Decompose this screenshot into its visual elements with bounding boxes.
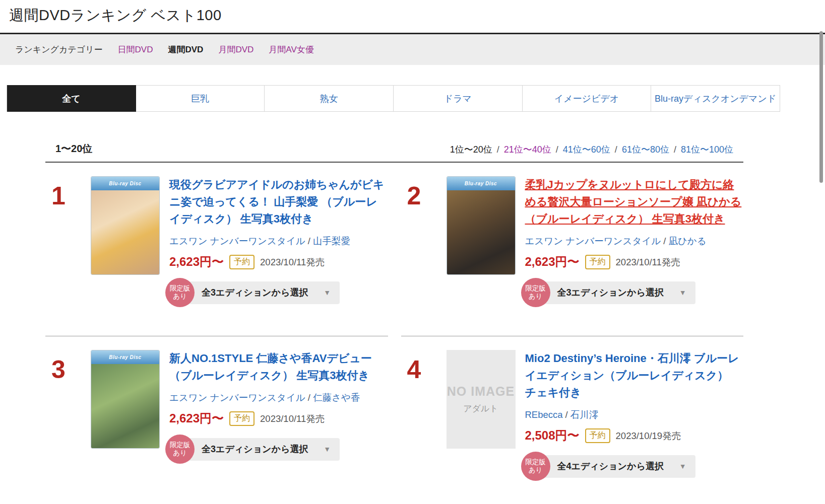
performer-link[interactable]: 石川澪 [570, 409, 599, 420]
edition-select-dropdown[interactable]: 全3エディションから選択 ▼ [536, 281, 695, 304]
edition-select-label: 全3エディションから選択 [202, 286, 308, 299]
maker-link[interactable]: REbecca [525, 409, 563, 420]
limited-badge-line1: 限定版 [170, 284, 191, 293]
edition-select-label: 全3エディションから選択 [202, 443, 308, 455]
cover-artwork [91, 364, 159, 448]
product-cover-image[interactable]: Blu-ray Disc [447, 176, 516, 275]
category-link-monthly-dvd[interactable]: 月間DVD [218, 44, 253, 55]
rank-number: 1 [51, 176, 91, 317]
range-link-81-100[interactable]: 81位〜100位 [681, 145, 733, 155]
performer-link[interactable]: 山手梨愛 [313, 236, 350, 246]
product-title-link[interactable]: 新人NO.1STYLE 仁藤さや香AVデビュー （ブルーレイディスク） 生写真3… [169, 350, 387, 384]
dropdown-arrow-icon: ▼ [324, 289, 331, 297]
ranking-category-bar: ランキングカテゴリー 日間DVD 週間DVD 月間DVD 月間AV女優 [0, 33, 825, 65]
edition-select-dropdown[interactable]: 全3エディションから選択 ▼ [180, 438, 340, 461]
product-cover-image[interactable]: Blu-ray Disc [91, 350, 160, 449]
bluray-case-top-bar: Blu-ray Disc [91, 177, 159, 190]
ranking-item-3: 3 Blu-ray Disc 新人NO.1STYLE 仁藤さや香AVデビュー （… [45, 336, 388, 500]
bluray-case-top-bar: Blu-ray Disc [91, 350, 159, 364]
maker-link[interactable]: エスワン ナンバーワンスタイル [169, 236, 305, 246]
limited-edition-badge: 限定版 あり [165, 435, 195, 464]
ranking-item-4: 4 NO IMAGE アダルト Mio2 Destiny’s Heroine・石… [401, 336, 744, 500]
product-title-link[interactable]: 柔乳Jカップをヌルットロにして殿方に絡める贅沢大量ローションソープ嬢 凪ひかる … [525, 176, 743, 228]
no-image-placeholder[interactable]: NO IMAGE アダルト [447, 350, 516, 449]
rank-range-nav: 1〜20位 1位〜20位/21位〜40位/41位〜60位/61位〜80位/81位… [45, 112, 743, 163]
bluray-logo-icon: Blu-ray Disc [109, 181, 141, 186]
dropdown-arrow-icon: ▼ [679, 462, 686, 470]
genre-tab-bar: 全て 巨乳 熟女 ドラマ イメージビデオ Blu-rayディスクオンデマンド [7, 85, 780, 112]
tab-kyonyu[interactable]: 巨乳 [136, 85, 265, 112]
limited-badge-line2: あり [173, 293, 187, 301]
product-title-link[interactable]: Mio2 Destiny’s Heroine・石川澪 ブルーレイエディション（ブ… [525, 350, 743, 401]
maker-separator: / [661, 236, 668, 246]
vertical-scrollbar-thumb[interactable] [819, 31, 823, 183]
range-separator: / [669, 145, 681, 155]
release-date: 2023/10/11発売 [260, 412, 325, 425]
rank-range-heading: 1〜20位 [55, 142, 92, 156]
preorder-badge: 予約 [585, 255, 610, 269]
limited-badge-line2: あり [529, 293, 543, 301]
performer-link[interactable]: 仁藤さや香 [313, 392, 360, 403]
ranking-item-1: 1 Blu-ray Disc 現役グラビアアイドルのお姉ちゃんがビキニ姿で迫って… [45, 163, 388, 336]
tab-all[interactable]: 全て [7, 85, 136, 112]
ranking-category-label: ランキングカテゴリー [15, 44, 103, 55]
range-link-41-60[interactable]: 41位〜60位 [563, 145, 610, 155]
limited-edition-badge: 限定版 あり [521, 278, 550, 307]
range-link-1-20: 1位〜20位 [450, 145, 492, 155]
release-date: 2023/10/11発売 [260, 256, 325, 268]
preorder-badge: 予約 [585, 428, 610, 443]
dropdown-arrow-icon: ▼ [679, 289, 686, 297]
price: 2,623円〜 [169, 254, 224, 270]
release-date: 2023/10/11発売 [616, 256, 680, 268]
release-date: 2023/10/19発売 [616, 429, 681, 442]
range-separator: / [492, 145, 504, 155]
maker-link[interactable]: エスワン ナンバーワンスタイル [169, 392, 305, 403]
page-title: 週間DVDランキング ベスト100 [0, 0, 825, 33]
limited-edition-badge: 限定版 あり [521, 452, 550, 481]
maker-separator: / [305, 392, 313, 403]
limited-badge-line2: あり [173, 449, 187, 457]
no-image-adult-label: アダルト [463, 403, 498, 414]
edition-select-label: 全3エディションから選択 [557, 286, 664, 299]
maker-separator: / [305, 236, 313, 246]
dropdown-arrow-icon: ▼ [324, 445, 331, 453]
tab-jukujo[interactable]: 熟女 [265, 85, 394, 112]
category-current-weekly-dvd: 週間DVD [168, 44, 204, 55]
preorder-badge: 予約 [229, 411, 255, 426]
limited-edition-badge: 限定版 あり [165, 278, 195, 307]
bluray-case-top-bar: Blu-ray Disc [447, 177, 515, 190]
range-separator: / [551, 145, 563, 155]
rank-number: 3 [51, 350, 91, 481]
limited-badge-line1: 限定版 [525, 284, 546, 293]
no-image-text: NO IMAGE [447, 384, 515, 399]
price: 2,623円〜 [169, 410, 224, 426]
product-title-link[interactable]: 現役グラビアアイドルのお姉ちゃんがビキニ姿で迫ってくる！ 山手梨愛 （ブルーレイ… [169, 176, 387, 228]
limited-badge-line2: あり [529, 466, 543, 474]
edition-select-label: 全4エディションから選択 [557, 460, 664, 472]
bluray-logo-icon: Blu-ray Disc [465, 181, 497, 186]
edition-select-dropdown[interactable]: 全4エディションから選択 ▼ [536, 455, 695, 478]
category-link-daily-dvd[interactable]: 日間DVD [118, 44, 153, 55]
range-link-61-80[interactable]: 61位〜80位 [622, 145, 669, 155]
performer-link[interactable]: 凪ひかる [668, 236, 706, 246]
rank-number: 2 [407, 176, 447, 317]
tab-image-video[interactable]: イメージビデオ [523, 85, 652, 112]
range-link-21-40[interactable]: 21位〜40位 [504, 145, 551, 155]
tab-drama[interactable]: ドラマ [394, 85, 523, 112]
ranking-item-2: 2 Blu-ray Disc 柔乳Jカップをヌルットロにして殿方に絡める贅沢大量… [401, 163, 744, 336]
cover-artwork [447, 190, 515, 274]
rank-number: 4 [407, 350, 447, 481]
cover-artwork [91, 190, 159, 274]
product-cover-image[interactable]: Blu-ray Disc [91, 176, 160, 275]
tab-bluray-on-demand[interactable]: Blu-rayディスクオンデマンド [651, 85, 780, 112]
category-link-monthly-av-actress[interactable]: 月間AV女優 [269, 44, 313, 55]
maker-link[interactable]: エスワン ナンバーワンスタイル [525, 236, 661, 246]
limited-badge-line1: 限定版 [525, 458, 546, 466]
maker-separator: / [563, 409, 570, 420]
edition-select-dropdown[interactable]: 全3エディションから選択 ▼ [180, 281, 340, 304]
price: 2,623円〜 [525, 254, 580, 270]
preorder-badge: 予約 [229, 255, 255, 269]
range-separator: / [610, 145, 622, 155]
price: 2,508円〜 [525, 427, 580, 444]
limited-badge-line1: 限定版 [170, 441, 191, 449]
